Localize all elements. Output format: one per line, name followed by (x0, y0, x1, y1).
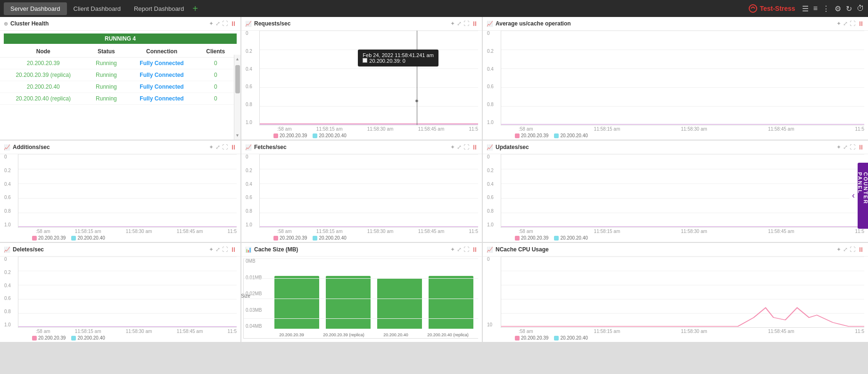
top-navigation: Server Dashboard Client Dashboard Report… (0, 0, 868, 17)
fetches-icon: 📈 (245, 144, 252, 150)
legend-dot-pink (273, 133, 278, 138)
cache-size-bar-area: 0.04MB 0.03MB 0.02MB 0.01MB 0MB Size 20.… (243, 258, 478, 339)
refresh-icon[interactable]: ↻ (846, 4, 852, 13)
avg-expand-icon[interactable]: ⤢ (843, 20, 848, 27)
updates-chart-area: 1.0 0.8 0.6 0.4 0.2 0 (501, 154, 864, 228)
cluster-table: Node Status Connection Clients 20.200.20… (0, 46, 234, 105)
fullscreen-icon[interactable]: ⛶ (222, 20, 228, 27)
avg-pin-icon[interactable]: ✦ (836, 20, 841, 27)
pin-icon[interactable]: ✦ (209, 20, 214, 27)
cpu-y-labels: 10 0 (487, 257, 492, 327)
avg-cache-title: Average us/cache operation (496, 20, 834, 27)
updates-expand-icon[interactable]: ⤢ (843, 144, 848, 150)
updates-grid (501, 154, 864, 227)
node-cell[interactable]: 20.200.20.40 (0, 81, 87, 93)
cache-size-pin-icon[interactable]: ✦ (450, 246, 455, 253)
avg-cache-chart: 1.0 0.8 0.6 0.4 0.2 0 :58 am (483, 31, 868, 138)
brand-logo: Test-Stress (749, 4, 795, 13)
updates-fullscreen-icon[interactable]: ⛶ (850, 144, 855, 150)
cpu-fullscreen-icon[interactable]: ⛶ (850, 246, 855, 253)
cache-size-chart: 0.04MB 0.03MB 0.02MB 0.01MB 0MB Size 20.… (241, 257, 482, 341)
counter-panel-tab[interactable]: COUNTER PANEL (858, 163, 868, 229)
cpu-pause[interactable]: ⏸ (858, 246, 864, 253)
node-cell[interactable]: 20.200.20.40 (replica) (0, 93, 87, 105)
updates-title: Updates/sec (496, 144, 834, 150)
scroll-down-button[interactable]: ▼ (234, 131, 241, 140)
node-cell[interactable]: 20.200.20.39 (replica) (0, 69, 87, 81)
additions-fullscreen-icon[interactable]: ⛶ (222, 144, 228, 150)
menu-lines3-icon[interactable]: ⋮ (822, 4, 830, 13)
cluster-health-title: Cluster Health (10, 20, 207, 27)
updates-pin-icon[interactable]: ✦ (836, 144, 841, 150)
tab-client-dashboard[interactable]: Client Dashboard (67, 2, 127, 15)
deletes-header: 📈 Deletes/sec ✦ ⤢ ⛶ ⏸ (0, 243, 240, 257)
fetches-legend: 20.200.20.39 20.200.20.40 (259, 234, 478, 241)
requests-pause[interactable]: ⏸ (471, 20, 478, 27)
cache-size-fullscreen-icon[interactable]: ⛶ (463, 246, 469, 253)
requests-pin-icon[interactable]: ✦ (450, 20, 455, 27)
col-node: Node (0, 46, 87, 58)
cpu-panel: 📈 NCache CPU Usage ✦ ⤢ ⛶ ⏸ 10 0 (483, 243, 868, 342)
connection-cell: Fully Connected (126, 81, 197, 93)
avg-cache-pause[interactable]: ⏸ (858, 20, 864, 27)
deletes-pause[interactable]: ⏸ (230, 246, 237, 253)
clock-icon[interactable]: ⏱ (857, 4, 864, 13)
additions-header: 📈 Additions/sec ✦ ⤢ ⛶ ⏸ (0, 141, 240, 154)
fetches-pause[interactable]: ⏸ (471, 143, 478, 151)
requests-chart: 1.0 0.8 0.6 0.4 0.2 0 (241, 31, 482, 138)
counter-panel-arrow[interactable]: ‹ (849, 189, 858, 203)
requests-fullscreen-icon[interactable]: ⛶ (463, 20, 469, 27)
table-row: 20.200.20.39 (replica) Running Fully Con… (0, 69, 234, 81)
updates-y-labels: 1.0 0.8 0.6 0.4 0.2 0 (487, 154, 494, 227)
add-dashboard-button[interactable]: + (192, 4, 198, 13)
tab-server-dashboard[interactable]: Server Dashboard (4, 2, 67, 15)
pause-button[interactable]: ⏸ (230, 20, 237, 27)
cpu-expand-icon[interactable]: ⤢ (843, 246, 848, 253)
menu-lines2-icon[interactable]: ≡ (813, 4, 818, 13)
cache-size-expand-icon[interactable]: ⤢ (457, 246, 462, 253)
fetches-pin-icon[interactable]: ✦ (450, 144, 455, 150)
fetches-expand-icon[interactable]: ⤢ (457, 144, 462, 150)
deletes-pin-icon[interactable]: ✦ (209, 246, 214, 253)
connection-cell: Fully Connected (126, 93, 197, 105)
settings-icon[interactable]: ⚙ (835, 4, 841, 13)
additions-pin-icon[interactable]: ✦ (209, 144, 214, 150)
status-cell: Running (87, 93, 126, 105)
tab-report-dashboard[interactable]: Report Dashboard (127, 2, 190, 15)
avg-fullscreen-icon[interactable]: ⛶ (850, 20, 855, 27)
avg-legend-2: 20.200.20.40 (554, 133, 587, 138)
updates-pause[interactable]: ⏸ (858, 143, 864, 151)
additions-legend: 20.200.20.39 20.200.20.40 (18, 234, 237, 241)
avg-legend-dot-cyan (554, 133, 559, 138)
requests-title: Requests/sec (254, 20, 448, 27)
col-clients: Clients (198, 46, 234, 58)
table-row: 20.200.20.40 Running Fully Connected 0 (0, 81, 234, 93)
avg-legend-1: 20.200.20.39 (515, 133, 548, 138)
requests-expand-icon[interactable]: ⤢ (457, 20, 462, 27)
cache-size-pause[interactable]: ⏸ (471, 246, 478, 253)
cluster-scrollbar[interactable]: ▲ ▼ (234, 55, 240, 140)
fetches-chart: 1.0 0.8 0.6 0.4 0.2 0 :58 am (241, 154, 482, 241)
tooltip-value: 20.200.20.39: 0 (363, 58, 433, 64)
scroll-thumb[interactable] (234, 63, 240, 131)
menu-lines-icon[interactable]: ☰ (802, 4, 809, 13)
cache-size-header: 📊 Cache Size (MB) ✦ ⤢ ⛶ ⏸ (241, 243, 482, 257)
additions-expand-icon[interactable]: ⤢ (215, 144, 220, 150)
scroll-up-button[interactable]: ▲ (234, 55, 241, 63)
deletes-expand-icon[interactable]: ⤢ (215, 246, 220, 253)
deletes-fullscreen-icon[interactable]: ⛶ (222, 246, 228, 253)
requests-chart-area: 1.0 0.8 0.6 0.4 0.2 0 (259, 31, 478, 125)
additions-x-labels: :58 am 11:58:15 am 11:58:30 am 11:58:45 … (32, 228, 237, 234)
updates-panel: 📈 Updates/sec ✦ ⤢ ⛶ ⏸ 1.0 0.8 0.6 0.4 0.… (483, 141, 868, 242)
col-connection: Connection (126, 46, 197, 58)
fetches-x-labels: :58 am 11:58:15 am 11:58:30 am 11:58:45 … (273, 228, 478, 234)
running-bar: RUNNING 4 (4, 33, 237, 44)
expand-icon[interactable]: ⤢ (215, 20, 220, 27)
additions-pause[interactable]: ⏸ (230, 143, 237, 151)
requests-header: 📈 Requests/sec ✦ ⤢ ⛶ ⏸ (241, 17, 482, 31)
legend-item-1: 20.200.20.39 (273, 133, 307, 138)
cpu-pin-icon[interactable]: ✦ (836, 246, 841, 253)
fetches-fullscreen-icon[interactable]: ⛶ (463, 144, 469, 150)
tooltip-time: Feb 24, 2022 11:58:41.241 am (363, 52, 433, 58)
node-cell[interactable]: 20.200.20.39 (0, 58, 87, 69)
